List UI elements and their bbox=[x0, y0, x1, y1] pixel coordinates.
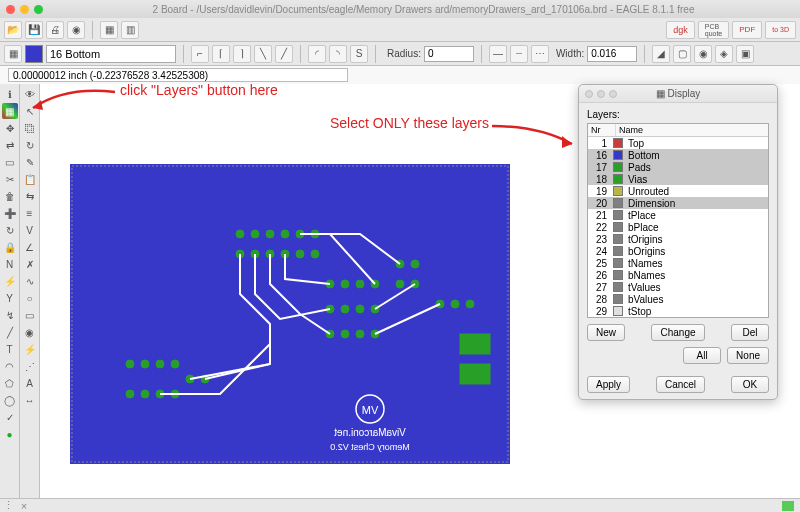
schematic-button[interactable]: ▦ bbox=[100, 21, 118, 39]
new-button[interactable]: New bbox=[587, 324, 625, 341]
misc-5[interactable]: ▣ bbox=[736, 45, 754, 63]
polygon-tool[interactable]: ⬠ bbox=[2, 375, 18, 391]
pcb-quote-button[interactable]: PCBquote bbox=[698, 21, 730, 39]
none-button[interactable]: None bbox=[727, 347, 769, 364]
layer-row[interactable]: 17Pads bbox=[588, 161, 768, 173]
misc-3[interactable]: ◉ bbox=[694, 45, 712, 63]
ok-button[interactable]: OK bbox=[731, 376, 769, 393]
layer-row[interactable]: 23tOrigins bbox=[588, 233, 768, 245]
via-tool[interactable]: ◉ bbox=[22, 324, 38, 340]
rats-tool[interactable]: ⋰ bbox=[22, 358, 38, 374]
misc-2[interactable]: ▢ bbox=[673, 45, 691, 63]
change-tool[interactable]: ✎ bbox=[22, 154, 38, 170]
style-3[interactable]: ⋯ bbox=[531, 45, 549, 63]
cancel-button[interactable]: Cancel bbox=[656, 376, 705, 393]
circle-tool[interactable]: ○ bbox=[22, 290, 38, 306]
hole-tool[interactable]: ◯ bbox=[2, 392, 18, 408]
lock-tool[interactable]: 🔒 bbox=[2, 239, 18, 255]
minimize-icon[interactable] bbox=[20, 5, 29, 14]
copy-tool[interactable]: ⿻ bbox=[22, 120, 38, 136]
misc-1[interactable]: ◢ bbox=[652, 45, 670, 63]
layer-row[interactable]: 21tPlace bbox=[588, 209, 768, 221]
sheet-button[interactable]: ▥ bbox=[121, 21, 139, 39]
to-3d-button[interactable]: to 3D bbox=[765, 21, 796, 39]
save-button[interactable]: 💾 bbox=[25, 21, 43, 39]
cam-button[interactable]: ◉ bbox=[67, 21, 85, 39]
miter-tool[interactable]: ∠ bbox=[22, 239, 38, 255]
layers-tool[interactable]: ▦ bbox=[2, 103, 18, 119]
paste-tool[interactable]: 📋 bbox=[22, 171, 38, 187]
ripup-tool[interactable]: ✗ bbox=[22, 256, 38, 272]
change-button[interactable]: Change bbox=[651, 324, 704, 341]
layer-row[interactable]: 25tNames bbox=[588, 257, 768, 269]
grid-button[interactable]: ▦ bbox=[4, 45, 22, 63]
value-tool[interactable]: V bbox=[22, 222, 38, 238]
coord-input[interactable] bbox=[8, 68, 348, 82]
layer-row[interactable]: 27tValues bbox=[588, 281, 768, 293]
arc-mode-2[interactable]: ◝ bbox=[329, 45, 347, 63]
smash-tool[interactable]: ⚡ bbox=[2, 273, 18, 289]
name-tool[interactable]: N bbox=[2, 256, 18, 272]
pdf-button[interactable]: PDF bbox=[732, 21, 762, 39]
layer-row[interactable]: 20Dimension bbox=[588, 197, 768, 209]
split-tool[interactable]: Y bbox=[2, 290, 18, 306]
meander-tool[interactable]: ∿ bbox=[22, 273, 38, 289]
dialog-close-icon[interactable] bbox=[585, 90, 593, 98]
erc-tool[interactable]: ● bbox=[2, 426, 18, 442]
layers-list[interactable]: Nr Name 1Top16Bottom17Pads18Vias19Unrout… bbox=[587, 123, 769, 318]
move-tool[interactable]: ✥ bbox=[2, 120, 18, 136]
route-tool[interactable]: ↯ bbox=[2, 307, 18, 323]
drc-tool[interactable]: ✓ bbox=[2, 409, 18, 425]
layer-row[interactable]: 16Bottom bbox=[588, 149, 768, 161]
dim-tool[interactable]: ↔ bbox=[22, 392, 38, 408]
open-button[interactable]: 📂 bbox=[4, 21, 22, 39]
arc-mode-1[interactable]: ◜ bbox=[308, 45, 326, 63]
layer-select[interactable] bbox=[46, 45, 176, 63]
wire-bend-5[interactable]: ╱ bbox=[275, 45, 293, 63]
layer-row[interactable]: 19Unrouted bbox=[588, 185, 768, 197]
rect-tool[interactable]: ▭ bbox=[22, 307, 38, 323]
wire-bend-4[interactable]: ╲ bbox=[254, 45, 272, 63]
wire-bend-3[interactable]: ⌉ bbox=[233, 45, 251, 63]
arc-mode-3[interactable]: S bbox=[350, 45, 368, 63]
radius-input[interactable] bbox=[424, 46, 474, 62]
add-tool[interactable]: ➕ bbox=[2, 205, 18, 221]
optimize-tool[interactable]: ≡ bbox=[22, 205, 38, 221]
layer-row[interactable]: 26bNames bbox=[588, 269, 768, 281]
zoom-icon[interactable] bbox=[34, 5, 43, 14]
del-button[interactable]: Del bbox=[731, 324, 769, 341]
wire-bend-1[interactable]: ⌐ bbox=[191, 45, 209, 63]
text-tool[interactable]: T bbox=[2, 341, 18, 357]
rotate-tool[interactable]: ↻ bbox=[22, 137, 38, 153]
style-2[interactable]: ┄ bbox=[510, 45, 528, 63]
dialog-minimize-icon[interactable] bbox=[597, 90, 605, 98]
info-tool[interactable]: ℹ bbox=[2, 86, 18, 102]
wire-bend-2[interactable]: ⌈ bbox=[212, 45, 230, 63]
pinswap-tool[interactable]: ⇆ bbox=[22, 188, 38, 204]
replace-tool[interactable]: ↻ bbox=[2, 222, 18, 238]
layer-row[interactable]: 22bPlace bbox=[588, 221, 768, 233]
layer-row[interactable]: 30bStop bbox=[588, 317, 768, 318]
width-input[interactable] bbox=[587, 46, 637, 62]
all-button[interactable]: All bbox=[683, 347, 721, 364]
arc-tool[interactable]: ◠ bbox=[2, 358, 18, 374]
group-tool[interactable]: ▭ bbox=[2, 154, 18, 170]
dialog-zoom-icon[interactable] bbox=[609, 90, 617, 98]
close-icon[interactable] bbox=[6, 5, 15, 14]
layer-row[interactable]: 18Vias bbox=[588, 173, 768, 185]
signal-tool[interactable]: ⚡ bbox=[22, 341, 38, 357]
delete-tool[interactable]: 🗑 bbox=[2, 188, 18, 204]
style-1[interactable]: — bbox=[489, 45, 507, 63]
mirror-tool[interactable]: ⇄ bbox=[2, 137, 18, 153]
layer-row[interactable]: 24bOrigins bbox=[588, 245, 768, 257]
apply-button[interactable]: Apply bbox=[587, 376, 630, 393]
cut-tool[interactable]: ✂ bbox=[2, 171, 18, 187]
misc-4[interactable]: ◈ bbox=[715, 45, 733, 63]
layer-row[interactable]: 29tStop bbox=[588, 305, 768, 317]
print-button[interactable]: 🖨 bbox=[46, 21, 64, 39]
wire-tool[interactable]: ╱ bbox=[2, 324, 18, 340]
design-link-button[interactable]: dgk bbox=[666, 21, 695, 39]
auto-tool[interactable]: A bbox=[22, 375, 38, 391]
layer-row[interactable]: 28bValues bbox=[588, 293, 768, 305]
layer-row[interactable]: 1Top bbox=[588, 137, 768, 149]
